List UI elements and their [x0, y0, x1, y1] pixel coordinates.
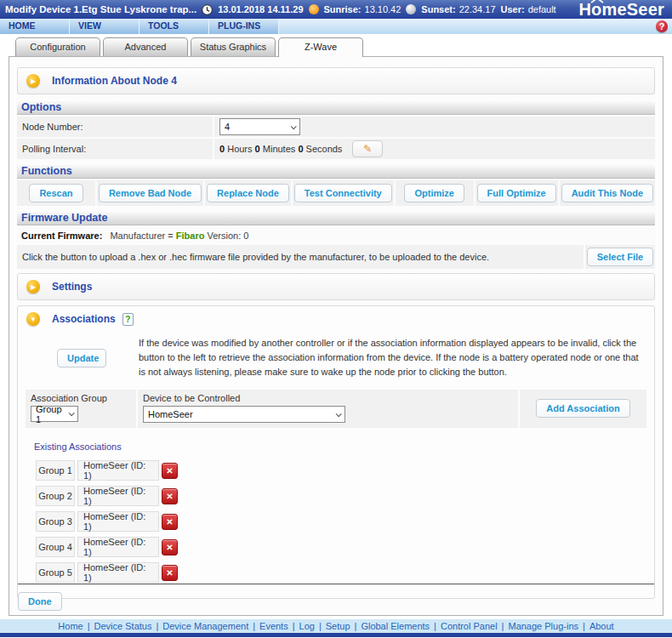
- footer-bar: Home| Device Status| Device Management| …: [0, 619, 672, 633]
- datetime: 13.01.2018 14.11.29: [218, 4, 303, 14]
- expand-arrow-icon: ▶: [26, 280, 40, 293]
- title-bar: Modify Device 1.Etg Stue Lyskrone trap..…: [0, 0, 672, 19]
- footer-link-device-status[interactable]: Device Status: [94, 621, 152, 631]
- section-information-about-node[interactable]: ▶ Information About Node 4: [17, 67, 655, 94]
- manufacturer-value: Fibaro: [176, 231, 205, 241]
- pencil-icon: ✎: [363, 143, 372, 155]
- menu-bar: HOME VIEW TOOLS PLUG-INS ?: [0, 19, 672, 34]
- association-group-cell: Group 4: [36, 537, 75, 557]
- association-row: Group 1 HomeSeer (ID: 1) ✕: [36, 460, 654, 481]
- delete-x-icon: ✕: [166, 492, 173, 501]
- replace-node-button[interactable]: Replace Node: [207, 184, 289, 202]
- edit-polling-button[interactable]: ✎: [352, 140, 383, 157]
- association-form-row: Association Group Group 1 Device to be C…: [26, 390, 646, 428]
- association-device-cell: HomeSeer (ID: 1): [77, 562, 159, 583]
- associations-update-row: Update If the device was modified by ano…: [18, 329, 654, 388]
- tab-bar: Configuration Advanced Status Graphics Z…: [15, 37, 672, 56]
- polling-interval-row: Polling Interval: 0 Hours 0 Minutes 0 Se…: [17, 139, 655, 159]
- current-firmware-line: Current Firmware: Manufacturer = Fibaro …: [17, 227, 655, 243]
- footer-link-setup[interactable]: Setup: [326, 621, 350, 631]
- sunset-icon: [406, 4, 416, 14]
- footer-link-global-elements[interactable]: Global Elements: [361, 621, 430, 631]
- select-file-button[interactable]: Select File: [587, 248, 653, 266]
- association-row: Group 2 HomeSeer (ID: 1) ✕: [36, 486, 654, 506]
- delete-x-icon: ✕: [166, 568, 173, 578]
- association-group-cell: Group 3: [36, 511, 75, 532]
- divider: [18, 584, 654, 584]
- delete-x-icon: ✕: [166, 466, 173, 476]
- association-device-cell: HomeSeer (ID: 1): [77, 537, 159, 557]
- tab-status-graphics[interactable]: Status Graphics: [191, 37, 276, 56]
- functions-header: Functions: [17, 163, 655, 179]
- done-area: Done: [9, 584, 663, 611]
- remove-bad-node-button[interactable]: Remove Bad Node: [99, 184, 202, 202]
- options-header: Options: [17, 100, 655, 115]
- page-title: Modify Device 1.Etg Stue Lyskrone trap..…: [5, 4, 196, 14]
- settings-section-label: Settings: [52, 281, 92, 293]
- logo-roof-icon: [590, 0, 604, 3]
- footer-link-device-management[interactable]: Device Management: [162, 621, 248, 631]
- node-number-label: Node Number:: [17, 117, 213, 137]
- menu-home[interactable]: HOME: [0, 19, 70, 34]
- footer-link-manage-plugins[interactable]: Manage Plug-ins: [508, 621, 578, 631]
- delete-association-button[interactable]: ✕: [162, 539, 178, 555]
- menu-spacer: ?: [279, 19, 672, 34]
- node-number-select[interactable]: 4: [219, 118, 300, 135]
- homeseer-logo: HomeSeer: [578, 0, 667, 20]
- collapse-arrow-icon: ▼: [26, 312, 40, 326]
- device-to-control-label: Device to be Controlled: [143, 393, 513, 403]
- footer-link-events[interactable]: Events: [259, 621, 288, 631]
- tab-advanced[interactable]: Advanced: [103, 37, 188, 56]
- audit-this-node-button[interactable]: Audit This Node: [561, 184, 653, 202]
- delete-association-button[interactable]: ✕: [162, 463, 178, 479]
- associations-header[interactable]: ▼ Associations ?: [18, 312, 654, 329]
- section-associations: ▼ Associations ? Update If the device wa…: [17, 305, 655, 599]
- association-group-select[interactable]: Group 1: [31, 406, 78, 422]
- existing-associations-label: Existing Associations: [34, 441, 654, 452]
- zwave-tab-panel: ▶ Information About Node 4 Options Node …: [9, 56, 663, 616]
- functions-button-row: Rescan Remove Bad Node Replace Node Test…: [17, 180, 655, 206]
- section-settings[interactable]: ▶ Settings: [17, 273, 655, 300]
- optimize-button[interactable]: Optimize: [404, 184, 464, 202]
- polling-interval-label: Polling Interval:: [17, 139, 213, 159]
- menu-tools[interactable]: TOOLS: [140, 19, 209, 34]
- delete-x-icon: ✕: [166, 543, 173, 552]
- full-optimize-button[interactable]: Full Optimize: [477, 184, 556, 202]
- clock-icon: [202, 4, 213, 15]
- sunrise: Sunrise: 13.10.42: [324, 4, 401, 14]
- tab-zwave[interactable]: Z-Wave: [278, 37, 363, 57]
- add-association-button[interactable]: Add Association: [536, 399, 629, 418]
- footer-link-control-panel[interactable]: Control Panel: [441, 621, 498, 631]
- footer-link-home[interactable]: Home: [58, 621, 83, 631]
- delete-association-button[interactable]: ✕: [162, 514, 178, 530]
- menu-view[interactable]: VIEW: [70, 19, 140, 34]
- test-connectivity-button[interactable]: Test Connectivity: [294, 184, 392, 202]
- associations-description: If the device was modified by another co…: [139, 336, 646, 379]
- associations-section-label: Associations: [52, 313, 116, 325]
- chevron-down-icon: [69, 410, 75, 416]
- association-device-cell: HomeSeer (ID: 1): [77, 460, 159, 481]
- menu-plugins[interactable]: PLUG-INS: [209, 19, 279, 34]
- delete-association-button[interactable]: ✕: [162, 488, 178, 504]
- association-row: Group 3 HomeSeer (ID: 1) ✕: [36, 511, 654, 532]
- sunrise-icon: [309, 4, 319, 14]
- information-section-label: Information About Node 4: [52, 75, 177, 87]
- footer-links: Home| Device Status| Device Management| …: [58, 621, 613, 631]
- chevron-down-icon: [336, 411, 342, 417]
- help-icon[interactable]: ?: [656, 20, 668, 32]
- upload-instruction: Click the button to upload a .hex or .he…: [17, 245, 584, 269]
- device-to-control-select[interactable]: HomeSeer: [143, 406, 345, 423]
- current-user: User: default: [501, 4, 556, 14]
- update-associations-button[interactable]: Update: [57, 349, 106, 367]
- done-button[interactable]: Done: [18, 592, 62, 611]
- association-group-cell: Group 5: [36, 562, 75, 583]
- footer-link-log[interactable]: Log: [299, 621, 315, 631]
- chevron-down-icon: [291, 123, 297, 129]
- association-group-label: Association Group: [31, 393, 131, 403]
- association-group-cell: Group 2: [36, 486, 75, 506]
- rescan-button[interactable]: Rescan: [29, 184, 83, 202]
- tab-configuration[interactable]: Configuration: [15, 37, 100, 56]
- footer-link-about[interactable]: About: [589, 621, 614, 631]
- associations-help-doc-icon: ?: [122, 313, 134, 326]
- delete-association-button[interactable]: ✕: [162, 565, 178, 581]
